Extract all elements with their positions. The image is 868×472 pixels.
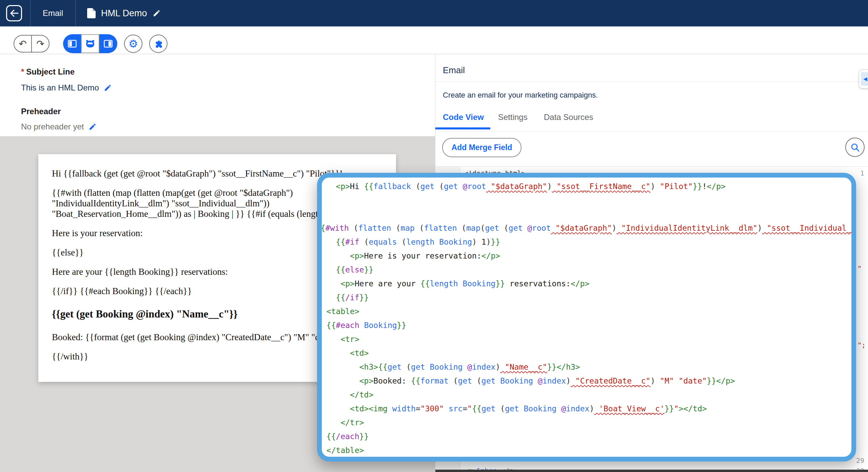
code-token: (: [359, 238, 369, 246]
app-window: Email HML Demo ↶ ↷: [0, 0, 868, 472]
code-token: {{: [411, 376, 420, 385]
panel-left-toggle[interactable]: [63, 34, 81, 53]
code-token: ": [674, 404, 679, 413]
code-token: ): [757, 224, 762, 232]
code-token: ): [612, 224, 617, 232]
code-line: {{#if (equals (length Booking) 1)}}: [322, 235, 851, 249]
panel-right-icon: [104, 40, 113, 48]
code-token: "ssot__Individual__dlm": [762, 224, 856, 232]
code-line: <td><img width="300" src="{{get (get Boo…: [322, 402, 851, 416]
code-token: (: [457, 224, 466, 232]
code-token: root: [532, 224, 551, 232]
code-token: <p>: [359, 376, 374, 385]
search-button[interactable]: [845, 138, 865, 157]
subject-value-row: This is an HML Demo: [21, 83, 112, 93]
code-token: {{: [336, 238, 346, 246]
code-token: #if: [345, 238, 359, 246]
app-label: Email: [31, 8, 75, 18]
edit-preheader-icon[interactable]: [88, 123, 97, 131]
extensions-button[interactable]: [149, 35, 167, 53]
gear-icon: ⚙: [129, 38, 138, 50]
tab-code-view[interactable]: Code View: [443, 112, 484, 122]
active-tab-underline: [435, 127, 490, 129]
code-token: Booking: [425, 363, 463, 371]
redo-button[interactable]: ↷: [31, 36, 49, 52]
code-token: @: [522, 224, 532, 232]
code-token: (: [499, 224, 509, 232]
code-token: (: [397, 238, 407, 246]
code-token: <h3>: [359, 363, 378, 371]
code-token: fallback: [373, 182, 411, 191]
code-token: get: [444, 182, 458, 191]
document-title: HML Demo: [101, 8, 147, 19]
horizontal-scrollbar[interactable]: [435, 470, 868, 472]
divider: [435, 131, 868, 132]
code-token: #with: [326, 224, 349, 232]
code-token: map: [400, 224, 415, 232]
code-token: <td>: [350, 349, 369, 357]
tab-data-sources[interactable]: Data Sources: [544, 112, 593, 122]
bot-toggle[interactable]: [81, 34, 99, 53]
code-token: {{: [327, 321, 336, 330]
code-token: ): [650, 182, 655, 191]
code-token: (: [434, 182, 444, 191]
code-token: (: [415, 224, 424, 232]
code-token: flatten: [424, 224, 457, 232]
code-token: Booking: [359, 321, 397, 330]
code-token: }}: [707, 376, 716, 385]
code-token: {{: [472, 404, 481, 413]
code-token: </p>: [481, 251, 500, 260]
code-line: <p>Here are your {{length Booking}} rese…: [322, 277, 851, 291]
code-token: {{: [364, 182, 374, 191]
code-line: </tr>: [322, 416, 851, 430]
code-token: @: [533, 376, 542, 385]
code-token: (: [472, 376, 481, 385]
code-token: get: [411, 363, 425, 371]
robot-icon: [85, 39, 95, 48]
code-token: "M": [655, 376, 674, 385]
preheader-value-row: No preheader yet: [21, 122, 97, 131]
view-toggle-group: [63, 34, 117, 53]
code-token: "$dataGraph": [486, 182, 547, 191]
code-token: </table>: [327, 446, 364, 455]
code-token: Booking: [519, 404, 557, 413]
code-token: "date": [674, 376, 707, 385]
code-line: {{/if}}: [322, 291, 851, 305]
code-token: /with: [326, 460, 349, 461]
back-button[interactable]: [6, 5, 22, 21]
collapse-panel-button[interactable]: ◀: [859, 69, 868, 88]
arrow-left-icon: [10, 9, 19, 17]
code-token: equals: [369, 238, 397, 246]
code-token: get: [420, 182, 435, 191]
code-token: {{: [336, 265, 346, 274]
undo-button[interactable]: ↶: [14, 36, 31, 52]
code-token: {{: [317, 224, 326, 232]
zoom-code: <p>Hi {{fallback (get (get @root "$dataG…: [322, 180, 851, 461]
subject-label: Subject Line: [26, 67, 75, 76]
panel-right-toggle[interactable]: [99, 34, 117, 53]
code-token: ></td>: [679, 404, 707, 413]
code-token: </p>: [707, 182, 726, 191]
code-token: Booking: [434, 238, 472, 246]
settings-button[interactable]: ⚙: [124, 35, 142, 53]
code-token: root: [467, 182, 486, 191]
tab-settings[interactable]: Settings: [498, 112, 528, 122]
code-token: }}: [397, 321, 407, 330]
code-token: (: [411, 182, 420, 191]
code-token: (: [349, 224, 358, 232]
code-line: {{#with (flatten (map (flatten (map(get …: [317, 221, 851, 235]
code-token: get: [505, 404, 519, 413]
code-token: length: [406, 238, 434, 246]
code-token: Hi: [350, 182, 364, 191]
code-token: (: [480, 224, 485, 232]
code-token: </p>: [716, 376, 735, 385]
code-token: Booking: [495, 376, 533, 385]
code-line: <p>Hi {{fallback (get (get @root "$dataG…: [322, 180, 851, 193]
add-merge-field-button[interactable]: Add Merge Field: [442, 138, 521, 157]
code-token: Here are your: [355, 279, 420, 288]
edit-title-icon[interactable]: [153, 9, 161, 17]
code-token: 'Boat_View__c': [594, 404, 665, 413]
clipped-code-fragment: ";: [857, 341, 866, 349]
undo-redo-group: ↶ ↷: [14, 35, 50, 53]
edit-subject-icon[interactable]: [104, 84, 112, 92]
